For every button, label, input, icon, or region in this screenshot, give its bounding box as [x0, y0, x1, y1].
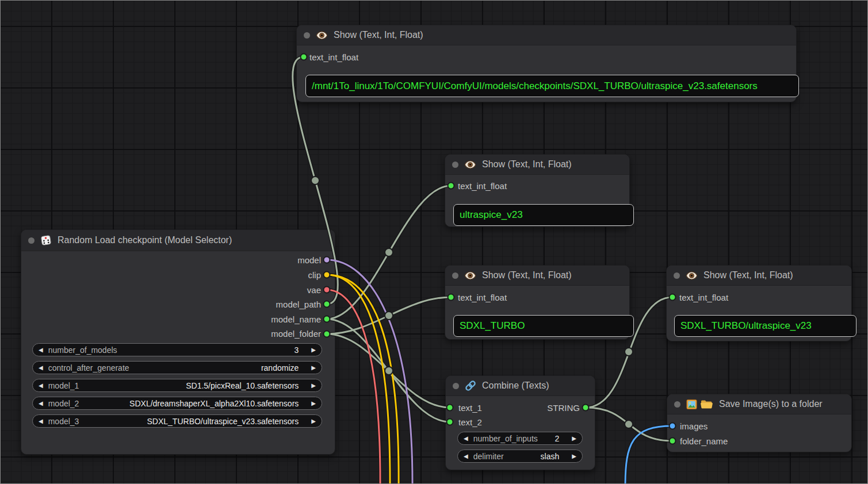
input-label-text-int-float: text_int_float	[309, 52, 358, 63]
stepper-right-icon[interactable]: ▶	[572, 436, 576, 441]
output-port-string[interactable]	[583, 405, 589, 411]
widget-label: delimiter	[473, 452, 541, 461]
widget-model-2[interactable]: ◀ model_2 SDXL/dreamshaperXL_alpha2Xl10.…	[32, 397, 322, 410]
output-label-model-folder: model_folder	[271, 328, 321, 340]
show-value-text: SDXL_TURBO/ultraspice_v23	[680, 320, 812, 332]
widget-label: number_of_models	[48, 345, 295, 355]
eye-icon	[464, 160, 476, 169]
collapse-dot[interactable]	[674, 272, 680, 279]
wire-images[interactable]	[625, 426, 672, 484]
node-show-model-folder[interactable]: Show (Text, Int, Float) text_int_float S…	[445, 265, 630, 340]
widget-value: 2	[555, 434, 560, 443]
reroute-dot[interactable]	[625, 348, 633, 356]
node-header[interactable]: Random Load checkpoint (Model Selector)	[21, 230, 335, 251]
input-port-text-1[interactable]	[447, 405, 453, 411]
wire-clip-2[interactable]	[327, 275, 399, 484]
node-header[interactable]: Combine (Texts)	[446, 376, 595, 396]
node-title: Show (Text, Int, Float)	[482, 270, 572, 281]
show-value-text: /mnt/1To_linux/1To/COMFYUI/ComfyUI/model…	[312, 80, 758, 92]
node-header[interactable]: Show (Text, Int, Float)	[297, 25, 796, 45]
widget-value: randomize	[261, 363, 299, 372]
input-label-text-int-float: text_int_float	[458, 292, 507, 304]
widget-number-of-models[interactable]: ◀ number_of_models 3 ▶	[32, 343, 322, 356]
collapse-dot[interactable]	[674, 401, 680, 408]
output-label-clip: clip	[308, 270, 321, 281]
widget-model-3[interactable]: ◀ model_3 SDXL_TURBO/ultraspice_v23.safe…	[32, 414, 322, 428]
collapse-dot[interactable]	[452, 272, 458, 279]
reroute-dot[interactable]	[385, 367, 393, 375]
node-header[interactable]: Show (Text, Int, Float)	[667, 266, 851, 286]
stepper-right-icon[interactable]: ▶	[572, 454, 576, 459]
node-header[interactable]: Save Image(s) to a folder	[667, 394, 851, 414]
widget-control-after-generate[interactable]: ◀ control_after_generate randomize ▶	[32, 361, 322, 374]
node-show-combined-string[interactable]: Show (Text, Int, Float) text_int_float S…	[666, 265, 852, 341]
node-title: Show (Text, Int, Float)	[482, 159, 572, 170]
output-port-model-name[interactable]	[324, 316, 330, 322]
input-port-text-int-float[interactable]	[670, 294, 676, 301]
input-port-images[interactable]	[670, 423, 676, 429]
reroute-dot[interactable]	[385, 312, 393, 320]
widget-number-of-inputs[interactable]: ◀ number_of_inputs 2 ▶	[457, 432, 583, 445]
node-title: Combine (Texts)	[482, 381, 549, 391]
stepper-right-icon[interactable]: ▶	[311, 418, 316, 424]
show-value-box[interactable]: SDXL_TURBO/ultraspice_v23	[674, 315, 856, 337]
input-label-text-int-float: text_int_float	[679, 292, 728, 304]
output-port-model[interactable]	[324, 257, 330, 263]
stepper-left-icon[interactable]: ◀	[39, 365, 43, 371]
input-port-text-int-float[interactable]	[448, 183, 454, 189]
reroute-dot[interactable]	[311, 176, 319, 185]
output-port-vae[interactable]	[324, 287, 330, 293]
show-value-box[interactable]: SDXL_TURBO	[453, 315, 634, 337]
widget-model-1[interactable]: ◀ model_1 SD1.5/picxReal_10.safetensors …	[32, 379, 322, 392]
widget-label: model_2	[48, 399, 129, 408]
collapse-dot[interactable]	[452, 162, 458, 168]
stepper-left-icon[interactable]: ◀	[39, 418, 43, 424]
output-port-model-folder[interactable]	[324, 331, 330, 337]
widget-delimiter[interactable]: ◀ delimiter slash ▶	[457, 450, 583, 463]
stepper-left-icon[interactable]: ◀	[464, 454, 468, 459]
reroute-dot[interactable]	[625, 420, 633, 428]
reroute-dot[interactable]	[385, 248, 393, 256]
widget-label: control_after_generate	[48, 363, 261, 372]
stepper-right-icon[interactable]: ▶	[311, 401, 316, 406]
stepper-left-icon[interactable]: ◀	[39, 401, 43, 406]
input-port-folder-name[interactable]	[670, 438, 676, 444]
output-label-vae: vae	[307, 285, 321, 296]
eye-icon	[316, 31, 328, 40]
input-port-text-2[interactable]	[447, 419, 453, 425]
node-show-text-path[interactable]: Show (Text, Int, Float) text_int_float /…	[296, 25, 797, 102]
input-port-text-int-float[interactable]	[301, 54, 307, 60]
widget-value: SD1.5/picxReal_10.safetensors	[186, 381, 299, 390]
link-icon	[465, 380, 476, 391]
input-label-folder-name: folder_name	[680, 436, 728, 447]
show-value-box[interactable]: ultraspice_v23	[453, 204, 634, 226]
stepper-right-icon[interactable]: ▶	[311, 365, 316, 371]
node-save-images-to-folder[interactable]: Save Image(s) to a folder images folder_…	[667, 394, 852, 452]
node-show-model-name[interactable]: Show (Text, Int, Float) text_int_float u…	[445, 154, 630, 227]
collapse-dot[interactable]	[304, 32, 310, 39]
output-port-model-path[interactable]	[324, 301, 330, 308]
stepper-left-icon[interactable]: ◀	[39, 383, 43, 389]
stepper-right-icon[interactable]: ▶	[311, 383, 316, 389]
show-value-box[interactable]: /mnt/1To_linux/1To/COMFYUI/ComfyUI/model…	[305, 75, 799, 97]
node-combine-texts[interactable]: Combine (Texts) text_1 text_2 STRING ◀ n…	[445, 375, 595, 470]
node-header[interactable]: Show (Text, Int, Float)	[445, 155, 629, 175]
node-graph-canvas[interactable]: Show (Text, Int, Float) text_int_float /…	[0, 0, 868, 484]
collapse-dot[interactable]	[28, 237, 35, 244]
widget-label: number_of_inputs	[473, 434, 555, 443]
input-port-text-int-float[interactable]	[448, 294, 454, 301]
widget-value: 3	[295, 345, 299, 355]
output-port-clip[interactable]	[324, 272, 330, 278]
stepper-right-icon[interactable]: ▶	[311, 347, 316, 353]
collapse-dot[interactable]	[453, 383, 459, 389]
output-label-model: model	[297, 255, 321, 266]
stepper-left-icon[interactable]: ◀	[39, 347, 43, 353]
node-header[interactable]: Show (Text, Int, Float)	[445, 266, 629, 286]
node-title: Random Load checkpoint (Model Selector)	[58, 235, 232, 245]
output-label-model-path: model_path	[276, 299, 321, 310]
node-random-load-checkpoint[interactable]: Random Load checkpoint (Model Selector) …	[21, 229, 335, 455]
widget-label: model_3	[48, 417, 147, 426]
stepper-left-icon[interactable]: ◀	[464, 436, 468, 441]
output-label-string: STRING	[547, 402, 580, 414]
output-label-model-name: model_name	[271, 314, 321, 325]
